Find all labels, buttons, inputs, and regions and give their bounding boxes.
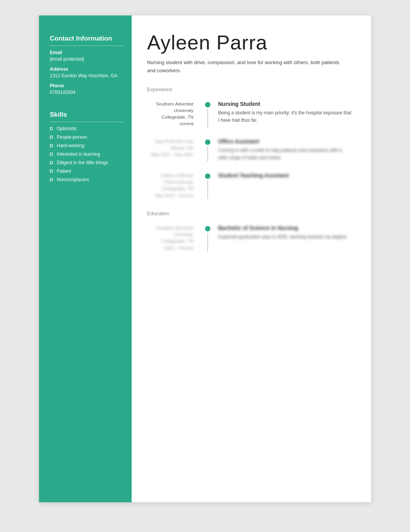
skill-label: Diligent in the little things [57,160,108,165]
experience-entry-2: East Point ER Corp Atlanta, GA May 2021 … [147,138,352,161]
skill-label: People-person [57,134,87,140]
entry-title-3: Student Teaching Assistant [218,172,352,178]
phone-value: 6783142004 [50,89,124,96]
skill-dot [50,161,53,164]
skill-item: People-person [50,134,124,140]
skills-section: Skills Optimistic People-person Hard-wor… [50,111,124,182]
skill-label: Hard-working [57,143,84,148]
entry-desc-2: Coming in with a smile to help patients … [218,147,352,161]
skill-dot [50,153,53,156]
entry-center-3 [201,172,214,199]
experience-section: Experience Southern Adventist University… [147,87,352,199]
entry-desc-1: Being a student is my main priority: it'… [218,109,352,124]
entry-org-2: East Point ER Corp [147,138,193,145]
tagline: Nursing student with drive, compassion, … [147,59,348,75]
entry-left-3: Collins & Aikman Floorcoverings Colleged… [147,172,201,199]
skill-label: Patient [57,168,71,174]
email-value: [email protected] [50,56,124,63]
contact-section: Contact Information Email [email protect… [50,35,124,95]
experience-title: Experience [147,87,352,94]
edu-dates-1: 2021 - Present [147,245,193,252]
edu-title-1: Bachelor of Science in Nursing [218,225,352,231]
address-label: Address [50,66,124,72]
entry-center-2 [201,138,214,161]
entry-right-3: Student Teaching Assistant [214,172,352,199]
contact-title: Contact Information [50,35,124,46]
entry-left-1: Southern Adventist University Collegedal… [147,101,201,127]
entry-left-2: East Point ER Corp Atlanta, GA May 2021 … [147,138,201,161]
edu-left-1: Southern Adventist University Collegedal… [147,225,201,252]
education-title: Education [147,211,352,218]
entry-line-2 [207,146,208,161]
edu-org-1: Southern Adventist University [147,225,193,238]
phone-label: Phone [50,83,124,88]
entry-line-1 [207,109,208,127]
skill-label: Optimistic [57,126,77,131]
main-content: Ayleen Parra Nursing student with drive,… [132,15,371,502]
entry-org-3: Collins & Aikman Floorcoverings [147,172,193,186]
entry-dates-2: May 2021 - Sep 2021 [147,151,193,158]
edu-desc-1: Expected graduation year is 2025, workin… [218,233,352,241]
experience-entry-1: Southern Adventist University Collegedal… [147,101,352,127]
entry-location-3: Collegedale, TN [147,185,193,192]
edu-right-1: Bachelor of Science in Nursing Expected … [214,225,352,252]
entry-dates-3: May 2019 - Current [147,192,193,199]
skill-item: Hard-working [50,143,124,148]
edu-center-1 [201,225,214,252]
skill-label: Interested in learning [57,151,100,157]
skill-dot [50,127,53,130]
entry-location-1: Collegedale, TN [147,114,193,121]
entry-dot-2 [205,139,210,145]
skill-dot [50,136,53,139]
address-value: 1312 Eurskin Way Hoschton, GA [50,73,124,79]
entry-dot-3 [205,173,210,179]
edu-location-1: Collegedale, TN [147,238,193,245]
skill-item: Interested in learning [50,151,124,157]
skill-item: Diligent in the little things [50,160,124,165]
email-label: Email [50,50,124,55]
skills-title: Skills [50,111,124,122]
entry-dates-1: current [147,121,193,127]
entry-title-1: Nursing Student [218,101,352,107]
education-section: Education Southern Adventist University … [147,211,352,252]
entry-line-3 [207,180,208,199]
skill-dot [50,178,53,181]
skill-item: Optimistic [50,126,124,131]
skill-item: Patient [50,168,124,174]
entry-right-2: Office Assistant Coming in with a smile … [214,138,352,161]
resume-container: Contact Information Email [email protect… [39,15,371,502]
entry-org-1: Southern Adventist University [147,101,193,114]
skill-dot [50,170,53,173]
candidate-name: Ayleen Parra [147,31,352,54]
entry-center-1 [201,101,214,127]
edu-dot-1 [205,226,210,231]
entry-title-2: Office Assistant [218,138,352,144]
skill-item: Noncomplacent [50,177,124,182]
experience-entry-3: Collins & Aikman Floorcoverings Colleged… [147,172,352,199]
skill-dot [50,144,53,147]
education-entry-1: Southern Adventist University Collegedal… [147,225,352,252]
entry-location-2: Atlanta, GA [147,145,193,151]
edu-line-1 [207,233,208,252]
skill-label: Noncomplacent [57,177,89,182]
entry-right-1: Nursing Student Being a student is my ma… [214,101,352,127]
entry-dot-1 [205,102,210,107]
sidebar: Contact Information Email [email protect… [39,15,132,502]
